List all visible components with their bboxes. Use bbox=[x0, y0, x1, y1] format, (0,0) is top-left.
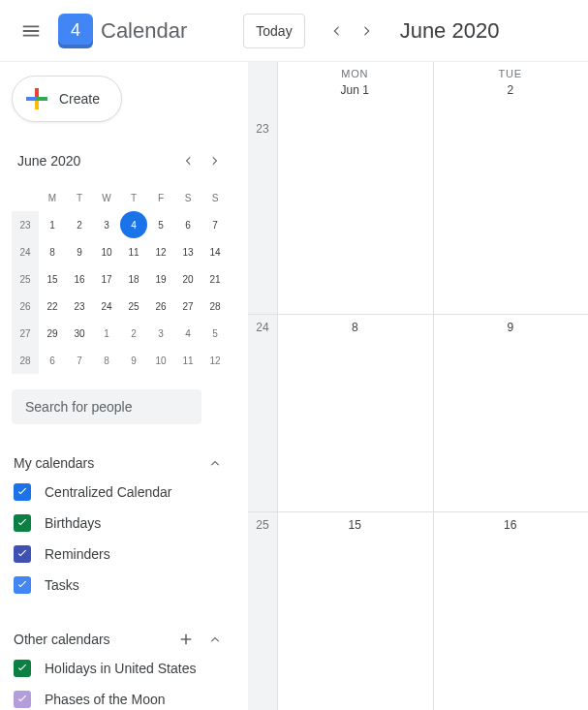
plus-icon bbox=[26, 88, 47, 109]
mini-day-cell[interactable]: 26 bbox=[147, 293, 174, 320]
mini-day-cell[interactable]: 12 bbox=[147, 238, 174, 265]
grid-day-cell[interactable]: 9 bbox=[433, 315, 589, 512]
mini-day-cell[interactable]: 25 bbox=[120, 293, 147, 320]
mini-day-cell[interactable]: 4 bbox=[174, 320, 201, 347]
chevron-left-icon bbox=[326, 21, 346, 41]
mini-day-cell[interactable]: 28 bbox=[201, 293, 229, 320]
calendar-list-item[interactable]: Reminders bbox=[12, 539, 229, 570]
mini-dow: S bbox=[174, 184, 201, 211]
calendar-grid: MONJun 1TUE2 232489251516 bbox=[248, 62, 588, 710]
main-menu-button[interactable] bbox=[8, 8, 54, 54]
calendar-list-item[interactable]: Birthdays bbox=[12, 508, 229, 539]
calendar-checkbox[interactable] bbox=[14, 691, 31, 708]
search-people-input[interactable] bbox=[12, 389, 201, 424]
mini-day-cell[interactable]: 14 bbox=[201, 238, 229, 265]
create-button[interactable]: Create bbox=[12, 76, 122, 122]
chevron-right-icon bbox=[357, 21, 377, 41]
grid-day-header[interactable]: TUE2 bbox=[433, 62, 589, 116]
chevron-left-icon bbox=[179, 152, 197, 170]
add-other-calendar-button[interactable] bbox=[172, 626, 200, 653]
mini-day-cell[interactable]: 24 bbox=[93, 293, 120, 320]
mini-dow: T bbox=[66, 184, 93, 211]
calendar-list-item[interactable]: Centralized Calendar bbox=[12, 477, 229, 508]
calendar-list-item[interactable]: Phases of the Moon bbox=[12, 684, 229, 710]
grid-day-cell[interactable]: 15 bbox=[277, 512, 433, 710]
mini-day-cell[interactable]: 10 bbox=[147, 347, 174, 374]
today-button[interactable]: Today bbox=[243, 14, 304, 48]
mini-day-cell[interactable]: 29 bbox=[39, 320, 66, 347]
mini-day-cell[interactable]: 21 bbox=[201, 265, 229, 293]
mini-day-cell[interactable]: 18 bbox=[120, 265, 147, 293]
mini-day-cell[interactable]: 7 bbox=[66, 347, 93, 374]
mini-day-cell[interactable]: 11 bbox=[120, 238, 147, 265]
mini-day-cell[interactable]: 10 bbox=[93, 238, 120, 265]
sidebar: Create June 2020 MTWTFSS2312345672489101… bbox=[0, 62, 248, 710]
calendar-checkbox[interactable] bbox=[14, 660, 31, 677]
mini-week-number: 28 bbox=[12, 347, 39, 374]
mini-next-month-button[interactable] bbox=[201, 147, 229, 174]
mini-day-cell[interactable]: 8 bbox=[93, 347, 120, 374]
grid-day-cell[interactable] bbox=[433, 116, 589, 314]
grid-dow-label: MON bbox=[277, 68, 433, 79]
mini-day-cell[interactable]: 3 bbox=[93, 211, 120, 238]
app-logo: 4 Calendar bbox=[58, 14, 187, 48]
mini-day-cell[interactable]: 6 bbox=[174, 211, 201, 238]
mini-day-cell[interactable]: 2 bbox=[66, 211, 93, 238]
calendar-logo-icon: 4 bbox=[58, 14, 93, 48]
grid-date-label: Jun 1 bbox=[277, 83, 433, 97]
mini-day-cell[interactable]: 20 bbox=[174, 265, 201, 293]
calendar-list-item[interactable]: Holidays in United States bbox=[12, 653, 229, 684]
mini-day-cell[interactable]: 30 bbox=[66, 320, 93, 347]
mini-day-cell[interactable]: 22 bbox=[39, 293, 66, 320]
grid-day-cell[interactable]: 8 bbox=[277, 315, 433, 512]
prev-period-button[interactable] bbox=[321, 15, 352, 46]
mini-day-cell[interactable]: 11 bbox=[174, 347, 201, 374]
mini-day-cell[interactable]: 16 bbox=[66, 265, 93, 293]
mini-day-cell[interactable]: 5 bbox=[201, 320, 229, 347]
mini-day-cell[interactable]: 9 bbox=[120, 347, 147, 374]
mini-day-cell[interactable]: 8 bbox=[39, 238, 66, 265]
mini-day-cell[interactable]: 4 bbox=[120, 211, 147, 238]
my-calendars-title: My calendars bbox=[14, 455, 94, 471]
mini-day-cell[interactable]: 23 bbox=[66, 293, 93, 320]
mini-day-cell[interactable]: 9 bbox=[66, 238, 93, 265]
mini-day-cell[interactable]: 5 bbox=[147, 211, 174, 238]
mini-calendar: MTWTFSS231234567248910111213142515161718… bbox=[12, 184, 229, 374]
calendar-checkbox[interactable] bbox=[14, 545, 31, 563]
mini-day-cell[interactable]: 19 bbox=[147, 265, 174, 293]
grid-day-cell[interactable]: 16 bbox=[433, 512, 589, 710]
calendar-list-item[interactable]: Tasks bbox=[12, 570, 229, 601]
grid-day-cell[interactable] bbox=[277, 116, 433, 314]
mini-prev-month-button[interactable] bbox=[174, 147, 201, 174]
calendar-label: Holidays in United States bbox=[45, 661, 196, 676]
app-header: 4 Calendar Today June 2020 bbox=[0, 0, 588, 62]
mini-day-cell[interactable]: 27 bbox=[174, 293, 201, 320]
chevron-up-icon bbox=[206, 454, 224, 472]
mini-dow: M bbox=[39, 184, 66, 211]
mini-day-cell[interactable]: 12 bbox=[201, 347, 229, 374]
calendar-checkbox[interactable] bbox=[14, 483, 31, 501]
other-calendars-list: Holidays in United StatesPhases of the M… bbox=[12, 653, 229, 710]
mini-day-cell[interactable]: 6 bbox=[39, 347, 66, 374]
collapse-my-calendars-button[interactable] bbox=[201, 449, 229, 477]
calendar-label: Phases of the Moon bbox=[45, 692, 166, 707]
mini-day-cell[interactable]: 2 bbox=[120, 320, 147, 347]
mini-day-cell[interactable]: 7 bbox=[201, 211, 229, 238]
mini-day-cell[interactable]: 1 bbox=[39, 211, 66, 238]
calendar-checkbox[interactable] bbox=[14, 514, 31, 532]
grid-body: 232489251516 bbox=[248, 116, 588, 710]
next-period-button[interactable] bbox=[352, 15, 383, 46]
my-calendars-header[interactable]: My calendars bbox=[12, 449, 229, 477]
other-calendars-header[interactable]: Other calendars bbox=[12, 626, 229, 653]
calendar-checkbox[interactable] bbox=[14, 576, 31, 594]
mini-day-cell[interactable]: 1 bbox=[93, 320, 120, 347]
mini-day-cell[interactable]: 17 bbox=[93, 265, 120, 293]
mini-day-cell[interactable]: 3 bbox=[147, 320, 174, 347]
grid-header-row: MONJun 1TUE2 bbox=[248, 62, 588, 116]
grid-date-label: 2 bbox=[433, 83, 589, 97]
mini-day-cell[interactable]: 15 bbox=[39, 265, 66, 293]
collapse-other-calendars-button[interactable] bbox=[201, 626, 229, 653]
calendar-label: Tasks bbox=[45, 577, 79, 593]
grid-day-header[interactable]: MONJun 1 bbox=[277, 62, 433, 116]
mini-day-cell[interactable]: 13 bbox=[174, 238, 201, 265]
